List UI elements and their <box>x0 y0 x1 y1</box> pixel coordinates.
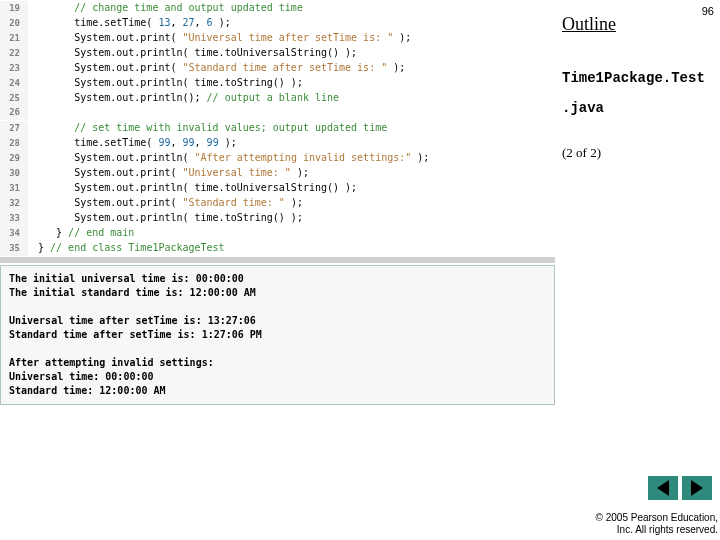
code-content: // set time with invalid values; output … <box>28 120 555 135</box>
code-line: 26 <box>0 105 555 120</box>
code-line: 27 // set time with invalid values; outp… <box>0 120 555 135</box>
code-line: 19 // change time and output updated tim… <box>0 0 555 15</box>
code-content: System.out.print( "Standard time after s… <box>28 60 555 75</box>
code-line: 30 System.out.print( "Universal time: " … <box>0 165 555 180</box>
code-content: } // end main <box>28 225 555 240</box>
code-line: 31 System.out.println( time.toUniversalS… <box>0 180 555 195</box>
code-line: 32 System.out.print( "Standard time: " )… <box>0 195 555 210</box>
line-number: 34 <box>0 226 28 241</box>
copyright-text: © 2005 Pearson Education, Inc. All right… <box>558 512 718 536</box>
file-name-line1: Time1Package.Test <box>562 70 705 86</box>
code-content: System.out.println( time.toUniversalStri… <box>28 180 555 195</box>
line-number: 31 <box>0 181 28 196</box>
line-number: 29 <box>0 151 28 166</box>
code-line: 33 System.out.println( time.toString() )… <box>0 210 555 225</box>
triangle-left-icon <box>657 480 669 496</box>
code-content: System.out.println( time.toString() ); <box>28 210 555 225</box>
code-content: System.out.println( time.toString() ); <box>28 75 555 90</box>
page-number: 96 <box>702 5 714 17</box>
file-name-line2: .java <box>562 100 604 116</box>
code-content: System.out.print( "Universal time after … <box>28 30 555 45</box>
code-line: 23 System.out.print( "Standard time afte… <box>0 60 555 75</box>
code-line: 29 System.out.println( "After attempting… <box>0 150 555 165</box>
line-number: 25 <box>0 91 28 106</box>
sidebar: 96 Outline Time1Package.Test .java (2 of… <box>560 0 720 540</box>
prev-button[interactable] <box>648 476 678 500</box>
split-bar <box>0 257 555 263</box>
line-number: 35 <box>0 241 28 256</box>
line-number: 21 <box>0 31 28 46</box>
nav-buttons <box>648 476 712 500</box>
line-number: 26 <box>0 105 28 120</box>
code-line: 24 System.out.println( time.toString() )… <box>0 75 555 90</box>
line-number: 22 <box>0 46 28 61</box>
line-number: 27 <box>0 121 28 136</box>
line-number: 19 <box>0 1 28 16</box>
line-number: 30 <box>0 166 28 181</box>
code-line: 34 } // end main <box>0 225 555 240</box>
code-content: System.out.println( time.toUniversalStri… <box>28 45 555 60</box>
console-output: The initial universal time is: 00:00:00 … <box>0 265 555 405</box>
code-line: 20 time.setTime( 13, 27, 6 ); <box>0 15 555 30</box>
outline-heading: Outline <box>562 14 616 35</box>
line-number: 32 <box>0 196 28 211</box>
code-content: time.setTime( 99, 99, 99 ); <box>28 135 555 150</box>
code-line: 22 System.out.println( time.toUniversalS… <box>0 45 555 60</box>
triangle-right-icon <box>691 480 703 496</box>
line-number: 28 <box>0 136 28 151</box>
line-number: 23 <box>0 61 28 76</box>
code-line: 35} // end class Time1PackageTest <box>0 240 555 255</box>
page-indicator: (2 of 2) <box>562 145 601 161</box>
code-line: 28 time.setTime( 99, 99, 99 ); <box>0 135 555 150</box>
next-button[interactable] <box>682 476 712 500</box>
line-number: 24 <box>0 76 28 91</box>
line-number: 33 <box>0 211 28 226</box>
code-content: // change time and output updated time <box>28 0 555 15</box>
code-line: 25 System.out.println(); // output a bla… <box>0 90 555 105</box>
code-content: } // end class Time1PackageTest <box>28 240 555 255</box>
code-line: 21 System.out.print( "Universal time aft… <box>0 30 555 45</box>
code-editor: 19 // change time and output updated tim… <box>0 0 555 405</box>
code-content: time.setTime( 13, 27, 6 ); <box>28 15 555 30</box>
code-content: System.out.println( "After attempting in… <box>28 150 555 165</box>
code-content: System.out.print( "Standard time: " ); <box>28 195 555 210</box>
code-content: System.out.println(); // output a blank … <box>28 90 555 105</box>
code-content: System.out.print( "Universal time: " ); <box>28 165 555 180</box>
line-number: 20 <box>0 16 28 31</box>
